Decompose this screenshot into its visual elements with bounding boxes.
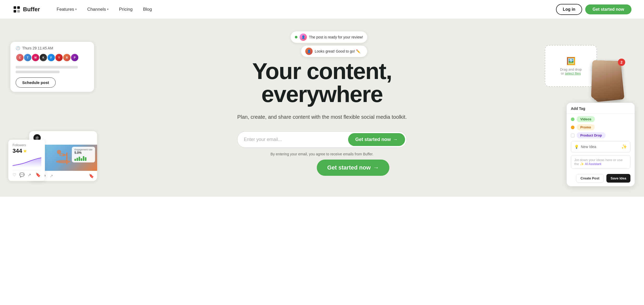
- review-bubbles: 👤 The post is ready for your review! 👤 L…: [291, 31, 367, 57]
- idea-textarea[interactable]: Jot down your ideas here or use the ✨ AI…: [571, 155, 630, 169]
- svg-rect-2: [14, 10, 16, 13]
- schedule-avatars: C T M K F Y R P: [16, 53, 89, 62]
- logo[interactable]: Buffer: [13, 5, 40, 14]
- schedule-widget: 🕐 Thurs 29 11:45 AM C T M K F Y R P Sche…: [10, 42, 94, 92]
- hero-cta-button[interactable]: Get started now →: [348, 133, 405, 146]
- tag-row-product-drop: Product Drop: [571, 132, 630, 138]
- tag-list: Videos Promo Product Drop: [567, 114, 635, 141]
- idea-icon: 💡: [574, 145, 579, 149]
- avatar-4: K: [39, 53, 48, 62]
- avatar-7: R: [63, 53, 71, 62]
- email-input[interactable]: [244, 137, 348, 142]
- hero-content: Your content, everywhere Plan, create, a…: [237, 60, 407, 156]
- svg-rect-1: [17, 6, 20, 9]
- comment-icon[interactable]: 💬: [19, 172, 25, 177]
- hero-note: By entering your email, you agree to rec…: [237, 152, 407, 156]
- hero-section: 👤 The post is ready for your review! 👤 L…: [0, 19, 644, 197]
- online-indicator: [295, 36, 297, 38]
- followers-widget: Followers 344 ⭐ ♡ 💬 ↗ 🔖: [8, 140, 45, 181]
- followers-count: 344 ⭐: [13, 148, 41, 154]
- svg-rect-0: [14, 6, 16, 9]
- avatar-2: T: [24, 53, 32, 62]
- photo-stack-widget: 2: [592, 61, 623, 103]
- nav-link-blog[interactable]: Blog: [139, 5, 156, 14]
- content-line-2: [16, 71, 60, 73]
- schedule-time: 🕐 Thurs 29 11:45 AM: [16, 46, 89, 50]
- image-upload-icon: 🖼️: [566, 57, 576, 65]
- content-lines: [16, 66, 89, 73]
- add-tag-header: Add Tag: [567, 103, 635, 114]
- trend-icon: ⭐: [23, 149, 27, 153]
- create-post-button[interactable]: Create Post: [576, 174, 604, 183]
- reviewer-avatar-1: 👤: [300, 33, 307, 41]
- tag-row-videos: Videos: [571, 116, 630, 122]
- heart-icon[interactable]: ♡: [13, 172, 16, 177]
- login-button[interactable]: Log in: [556, 4, 582, 15]
- chevron-down-icon: ▾: [107, 8, 109, 11]
- notification-badge: 2: [618, 59, 625, 66]
- avatar-1: C: [16, 53, 24, 62]
- followers-label: Followers: [13, 143, 41, 147]
- tag-pill-product-drop[interactable]: Product Drop: [577, 132, 606, 138]
- followers-actions: ♡ 💬 ↗ 🔖: [13, 170, 41, 177]
- bar-chart: [74, 156, 92, 161]
- share-icon: ↗: [50, 173, 53, 178]
- photo-card-3: [591, 60, 621, 99]
- navbar: Buffer Features ▾ Channels ▾ Pricing Blo…: [0, 0, 644, 19]
- hero-title: Your content, everywhere: [237, 60, 407, 106]
- save-idea-button[interactable]: Save Idea: [606, 174, 630, 183]
- tag-row-promo: Promo: [571, 124, 630, 130]
- arrow-right-icon: →: [393, 137, 398, 142]
- nav-link-channels[interactable]: Channels ▾: [83, 5, 113, 14]
- add-tag-footer: Create Post Save Idea: [567, 171, 635, 186]
- schedule-post-button[interactable]: Schedule post: [16, 77, 56, 88]
- reviewer-avatar-2: 👤: [305, 48, 313, 55]
- bottom-cta-widget: Get started now →: [317, 160, 389, 176]
- bookmark-icon[interactable]: 🔖: [36, 172, 41, 177]
- avatar-3: M: [31, 53, 40, 62]
- review-bubble-1: 👤 The post is ready for your review!: [291, 31, 367, 43]
- email-form: Get started now →: [237, 131, 407, 148]
- photo-stack: [592, 61, 623, 103]
- followers-chart: [13, 156, 41, 167]
- avatar-5: F: [47, 53, 55, 62]
- svg-rect-5: [66, 152, 67, 164]
- nav-links: Features ▾ Channels ▾ Pricing Blog: [52, 5, 556, 14]
- new-idea-bar: 💡 New Idea ✨: [571, 141, 630, 152]
- bottom-cta-button[interactable]: Get started now →: [317, 160, 389, 176]
- send-icon[interactable]: ↗: [28, 172, 31, 177]
- nav-actions: Log in Get started now: [556, 4, 631, 15]
- hoop-illustration: [53, 147, 74, 168]
- tag-checkbox-product-drop[interactable]: [571, 134, 575, 137]
- add-tag-panel: Add Tag Videos Promo Product Drop 💡 New …: [567, 103, 635, 186]
- ai-assistant-link[interactable]: ✨ AI Assistant: [580, 162, 601, 166]
- content-line-1: [16, 66, 78, 69]
- avatar-8: P: [71, 53, 79, 62]
- magic-icon: ✨: [621, 144, 627, 150]
- nav-link-pricing[interactable]: Pricing: [115, 5, 137, 14]
- select-files-link[interactable]: select files: [565, 71, 581, 75]
- hero-subtitle: Plan, create, and share content with the…: [237, 113, 407, 121]
- svg-point-4: [56, 160, 71, 163]
- avatar-6: Y: [55, 53, 63, 62]
- review-bubble-2: 👤 Looks great! Good to go! ✏️: [301, 46, 367, 57]
- nav-link-features[interactable]: Features ▾: [52, 5, 81, 14]
- arrow-right-icon: →: [373, 164, 379, 171]
- tag-dot-videos: [571, 117, 575, 121]
- svg-point-8: [57, 150, 61, 154]
- engagement-stats: Engagement rate 5.0%: [72, 147, 95, 162]
- clock-icon: 🕐: [16, 46, 20, 50]
- nav-cta-button[interactable]: Get started now: [585, 4, 631, 14]
- tag-pill-promo[interactable]: Promo: [577, 124, 595, 130]
- drag-drop-widget: 🖼️ Drag and drop or select files: [545, 45, 597, 87]
- bookmark-icon: 🔖: [89, 173, 94, 178]
- tag-dot-promo: [571, 126, 575, 129]
- svg-rect-3: [17, 10, 20, 13]
- chevron-down-icon: ▾: [75, 8, 77, 11]
- tag-pill-videos[interactable]: Videos: [577, 116, 595, 122]
